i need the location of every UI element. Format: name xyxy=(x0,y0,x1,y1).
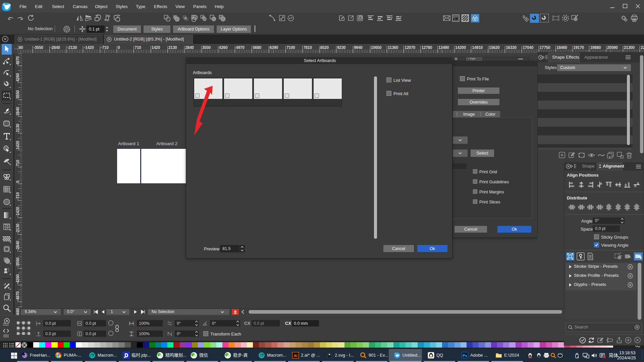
svg-text:Ps: Ps xyxy=(463,354,467,358)
svg-text:Ai: Ai xyxy=(294,354,298,358)
